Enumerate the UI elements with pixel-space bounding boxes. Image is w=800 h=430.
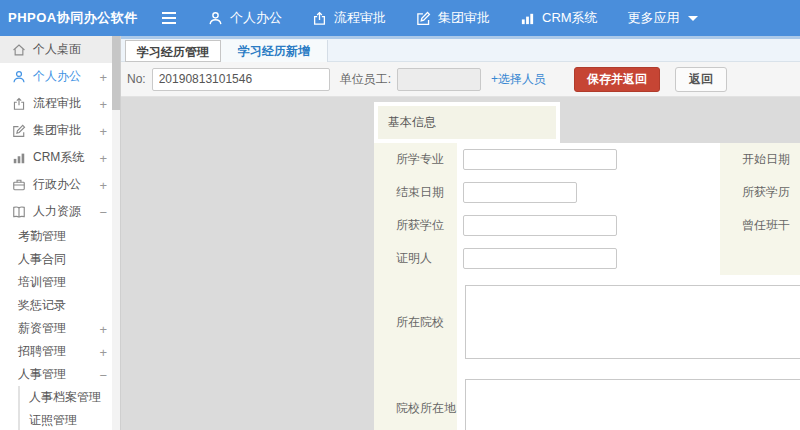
top-header: PHPOA协同办公软件 个人办公 流程审批 集团审批 CRM系统 更多应用	[0, 0, 800, 36]
menu-toggle-icon[interactable]	[152, 11, 186, 25]
expand-plus-icon[interactable]: +	[99, 177, 107, 192]
sidebar-item-label: 集团审批	[33, 122, 81, 139]
nav-label: 更多应用	[628, 9, 680, 27]
nav-label: 集团审批	[438, 9, 490, 27]
form-toolbar: No: 单位员工: +选择人员 保存并返回 返回	[121, 62, 800, 97]
form-row: 结束日期 所获学历	[374, 176, 800, 209]
nav-personal-office[interactable]: 个人办公	[208, 9, 282, 27]
sidebar-item-label: 个人桌面	[33, 41, 81, 58]
sidebar-item-label: CRM系统	[33, 149, 84, 166]
sidebar-item-workflow-approval[interactable]: 流程审批 +	[0, 90, 112, 117]
tab-study-history-new[interactable]: 学习经历新增	[221, 40, 328, 62]
sidebar-item-attendance-mgmt[interactable]: 考勤管理	[0, 225, 112, 248]
sidebar-item-personal-office[interactable]: 个人办公 +	[0, 63, 112, 90]
sidebar-item-training-mgmt[interactable]: 培训管理	[0, 271, 112, 294]
sidebar-item-personnel-mgmt[interactable]: 人事管理 −	[0, 363, 112, 386]
sidebar-item-hr-contract[interactable]: 人事合同	[0, 248, 112, 271]
end-date-input[interactable]	[463, 182, 577, 203]
share-icon	[12, 97, 26, 111]
sidebar: 个人桌面 个人办公 + 流程审批 + 集团审批 + CRM系统 + 行政办公 +	[0, 36, 112, 430]
nav-workflow-approval[interactable]: 流程审批	[312, 9, 386, 27]
share-icon	[312, 11, 327, 26]
form-row: 证明人	[374, 242, 800, 275]
person-icon	[12, 70, 26, 84]
person-icon	[208, 11, 223, 26]
field-label-school: 所在院校	[374, 275, 457, 369]
nav-label: 个人办公	[230, 9, 282, 27]
sidebar-item-personal-desktop[interactable]: 个人桌面	[0, 36, 112, 63]
section-header: 基本信息	[374, 102, 560, 143]
form-row: 所在院校	[374, 275, 800, 369]
sidebar-item-label: 行政办公	[33, 176, 81, 193]
sidebar-item-label: 招聘管理	[18, 344, 66, 358]
sidebar-item-label: 人力资源	[33, 203, 81, 220]
sidebar-item-label: 人事管理	[18, 367, 66, 381]
form-table: 所学专业 开始日期 结束日期 所获学历 所获学位 曾任班干 证明人	[374, 143, 800, 430]
reference-person-input[interactable]	[463, 248, 617, 269]
tab-study-history-mgmt[interactable]: 学习经历管理	[125, 40, 221, 62]
field-label-start-date: 开始日期	[720, 143, 800, 176]
expand-plus-icon[interactable]: +	[99, 150, 107, 165]
no-input[interactable]	[152, 68, 330, 91]
field-label-degree-obtained: 所获学历	[720, 176, 800, 209]
school-textarea[interactable]	[465, 285, 800, 359]
sidebar-item-personnel-archive-mgmt[interactable]: 人事档案管理	[20, 386, 112, 409]
expand-plus-icon[interactable]: +	[99, 96, 107, 111]
section-title: 基本信息	[378, 106, 556, 139]
employee-label: 单位员工:	[340, 71, 391, 88]
sidebar-item-admin-office[interactable]: 行政办公 +	[0, 171, 112, 198]
sidebar-item-label: 流程审批	[33, 95, 81, 112]
nav-more-apps[interactable]: 更多应用	[628, 9, 698, 27]
field-label-empty	[720, 242, 800, 275]
chart-icon	[520, 11, 535, 26]
sidebar-item-crm-system[interactable]: CRM系统 +	[0, 144, 112, 171]
form-row: 所学专业 开始日期	[374, 143, 800, 176]
sidebar-item-recruit-mgmt[interactable]: 招聘管理 +	[0, 340, 112, 363]
sidebar-item-salary-mgmt[interactable]: 薪资管理 +	[0, 317, 112, 340]
expand-plus-icon[interactable]: +	[99, 317, 107, 340]
field-label-academic-degree: 所获学位	[374, 209, 457, 242]
sidebar-scrollbar[interactable]	[112, 36, 120, 430]
field-label-school-location: 院校所在地	[374, 369, 457, 430]
field-label-class-cadre: 曾任班干	[720, 209, 800, 242]
form-panel: 基本信息 所学专业 开始日期 结束日期 所获学历 所获学位 曾任班干	[374, 102, 800, 430]
expand-plus-icon[interactable]: +	[99, 340, 107, 363]
sidebar-item-label: 考勤管理	[18, 229, 66, 243]
sidebar-item-label: 薪资管理	[18, 321, 66, 335]
field-label-major: 所学专业	[374, 143, 457, 176]
sidebar-item-reward-punishment[interactable]: 奖惩记录	[0, 294, 112, 317]
major-input[interactable]	[463, 149, 617, 170]
employee-input[interactable]	[397, 68, 481, 91]
save-and-return-button[interactable]: 保存并返回	[574, 67, 660, 92]
select-person-link[interactable]: +选择人员	[491, 71, 546, 88]
expand-plus-icon[interactable]: +	[99, 69, 107, 84]
top-navigation: 个人办公 流程审批 集团审批 CRM系统 更多应用	[208, 9, 728, 27]
expand-minus-icon[interactable]: −	[99, 204, 107, 219]
sidebar-subgroup: 人事档案管理 证照管理	[18, 386, 112, 430]
back-button[interactable]: 返回	[675, 67, 727, 92]
sidebar-scrollbar-thumb[interactable]	[112, 36, 120, 110]
sidebar-item-label: 证照管理	[29, 413, 77, 427]
nav-crm-system[interactable]: CRM系统	[520, 9, 598, 27]
school-location-textarea[interactable]	[465, 379, 800, 430]
home-icon	[12, 43, 26, 57]
sidebar-item-human-resources[interactable]: 人力资源 −	[0, 198, 112, 225]
sidebar-item-label: 奖惩记录	[18, 298, 66, 312]
academic-degree-input[interactable]	[463, 215, 617, 236]
book-icon	[12, 205, 26, 219]
no-label: No:	[127, 72, 146, 86]
expand-minus-icon[interactable]: −	[99, 363, 107, 386]
sidebar-item-certificate-mgmt[interactable]: 证照管理	[20, 409, 112, 430]
sidebar-item-group-approval[interactable]: 集团审批 +	[0, 117, 112, 144]
form-row: 所获学位 曾任班干	[374, 209, 800, 242]
expand-plus-icon[interactable]: +	[99, 123, 107, 138]
field-label-reference-person: 证明人	[374, 242, 457, 275]
chart-icon	[12, 151, 26, 165]
nav-label: CRM系统	[542, 9, 598, 27]
sidebar-item-label: 个人办公	[33, 68, 81, 85]
edit-icon	[416, 11, 431, 26]
nav-group-approval[interactable]: 集团审批	[416, 9, 490, 27]
form-row: 院校所在地	[374, 369, 800, 430]
caret-down-icon	[688, 16, 698, 21]
sidebar-item-label: 人事合同	[18, 252, 66, 266]
